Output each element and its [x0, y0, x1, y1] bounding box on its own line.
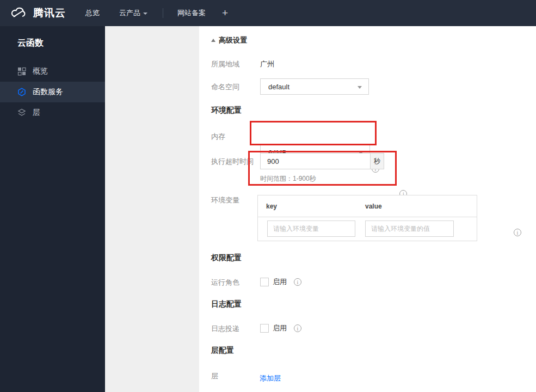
- add-layer-link[interactable]: 添加层: [260, 373, 281, 383]
- brand-name: 腾讯云: [33, 6, 66, 20]
- run-role-enable-label: 启用: [273, 277, 287, 287]
- nav-item-beian[interactable]: 网站备案: [177, 8, 206, 18]
- nav-item-overview[interactable]: 总览: [85, 8, 100, 18]
- tencent-cloud-logo[interactable]: 腾讯云: [0, 6, 66, 20]
- memory-label: 内存: [211, 132, 225, 142]
- sidebar-item-label: 概览: [33, 66, 48, 76]
- grid-icon: [17, 67, 26, 76]
- function-hexagon-icon: [17, 88, 26, 96]
- log-config-title: 日志配置: [211, 299, 242, 309]
- secondary-panel: [105, 26, 199, 392]
- sidebar: 云函数 概览 函数服务: [0, 26, 105, 392]
- env-key-header: key: [266, 203, 277, 210]
- run-role-enable-row: 启用: [260, 277, 301, 287]
- env-key-input[interactable]: [267, 220, 355, 237]
- run-role-label: 运行角色: [211, 278, 239, 287]
- chevron-down-icon: [143, 13, 147, 15]
- top-nav: 腾讯云 总览 云产品 网站备案 +: [0, 0, 536, 26]
- env-vars-label: 环境变量: [211, 195, 239, 205]
- log-delivery-enable-row: 启用: [260, 323, 301, 333]
- region-value: 广州: [260, 59, 274, 69]
- region-label: 所属地域: [211, 59, 239, 69]
- add-tab-button[interactable]: +: [222, 7, 228, 19]
- env-vars-input-row: [258, 217, 477, 241]
- sidebar-item-layers[interactable]: 层: [0, 102, 105, 123]
- sidebar-title: 云函数: [0, 26, 105, 49]
- env-value-header: value: [365, 203, 382, 210]
- advanced-settings-toggle[interactable]: 高级设置: [211, 35, 247, 45]
- run-role-info-icon[interactable]: [294, 278, 301, 286]
- layer-label: 层: [211, 371, 218, 381]
- nav-divider: [163, 8, 163, 18]
- namespace-label: 命名空间: [211, 82, 239, 92]
- advanced-settings-label: 高级设置: [219, 35, 247, 45]
- chevron-down-icon: [358, 86, 362, 89]
- layers-icon: [17, 108, 26, 117]
- sidebar-item-label: 层: [33, 108, 40, 118]
- nav-item-products[interactable]: 云产品: [119, 8, 147, 18]
- sidebar-item-label: 函数服务: [33, 87, 63, 97]
- sidebar-menu: 概览 函数服务 层: [0, 61, 105, 123]
- collapse-triangle-icon: [211, 39, 215, 42]
- log-delivery-checkbox[interactable]: [260, 324, 269, 333]
- env-value-input[interactable]: [365, 220, 454, 237]
- env-config-title: 环境配置: [211, 106, 242, 115]
- run-role-checkbox[interactable]: [260, 278, 269, 286]
- layer-config-title: 层配置: [211, 346, 234, 356]
- perm-config-title: 权限配置: [211, 253, 242, 263]
- namespace-selected-value: default: [268, 83, 289, 91]
- log-delivery-label: 日志投递: [211, 324, 239, 334]
- env-vars-info-icon[interactable]: [514, 229, 521, 236]
- memory-annotation-box: [250, 121, 377, 145]
- timeout-input-group: 秒: [260, 153, 384, 169]
- namespace-select[interactable]: default: [260, 78, 369, 95]
- env-vars-table: key value: [257, 195, 477, 241]
- env-vars-header-row: key value: [258, 195, 477, 217]
- sidebar-item-function-service[interactable]: 函数服务: [0, 82, 105, 102]
- timeout-input[interactable]: [260, 153, 370, 169]
- function-config-form: 高级设置 所属地域 广州 命名空间 default 环境配置 内存 64MB 执…: [199, 26, 536, 392]
- log-delivery-enable-label: 启用: [273, 323, 287, 333]
- log-delivery-info-icon[interactable]: [294, 324, 301, 332]
- timeout-range-hint: 时间范围：1-900秒: [260, 174, 316, 183]
- timeout-label: 执行超时时间: [211, 157, 254, 167]
- cloud-logo-icon: [10, 7, 28, 20]
- timeout-unit: 秒: [370, 153, 384, 169]
- sidebar-item-overview[interactable]: 概览: [0, 61, 105, 82]
